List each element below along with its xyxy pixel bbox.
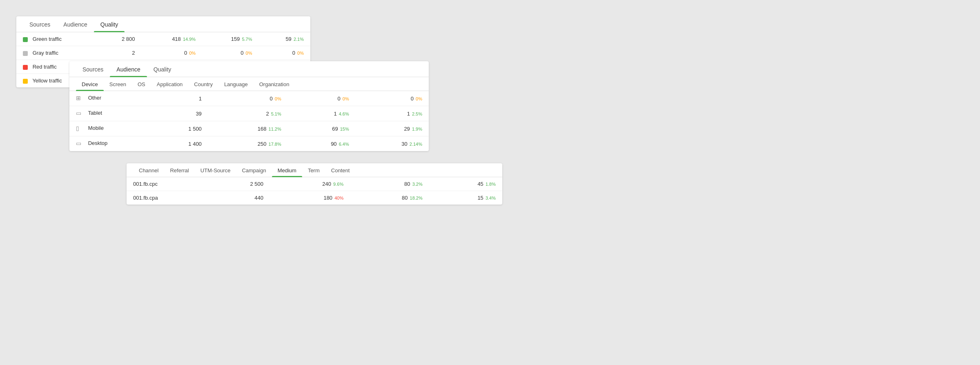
col3-value: 69 15% xyxy=(288,121,356,136)
label-text: Yellow traffic xyxy=(32,78,62,84)
col3-pct: 5.7% xyxy=(241,37,252,42)
col2-pct: 11.2% xyxy=(267,127,281,131)
tab-audience-p1[interactable]: Audience xyxy=(57,16,94,32)
col4-value: 15 3.4% xyxy=(429,191,502,205)
sub-tab-organization[interactable]: Organization xyxy=(254,77,295,91)
col4-value: 45 1.8% xyxy=(429,177,502,191)
label-text: Red traffic xyxy=(33,64,57,70)
label-text: Other xyxy=(88,95,102,101)
col4-pct: 0% xyxy=(414,96,422,101)
label-text: Desktop xyxy=(88,140,108,146)
source-label: 001.fb.cpc xyxy=(127,177,208,191)
col2-value: 240 9.6% xyxy=(270,177,350,191)
table-row: Gray traffic 2 0 0% 0 0% 0 0% xyxy=(16,46,310,60)
col2-value: 168 11.2% xyxy=(208,121,288,136)
panel2-tabs: Sources Audience Quality xyxy=(69,61,429,77)
panel2-sub-tabs: Device Screen OS Application Country Lan… xyxy=(69,77,429,91)
col1-value: 1 500 xyxy=(151,121,208,136)
col3-value: 1 4.6% xyxy=(288,106,356,121)
table-row: ▭ Desktop 1 400 250 17.8% 90 6.4% 30 2.1… xyxy=(69,136,429,151)
sub-tab-screen[interactable]: Screen xyxy=(104,77,132,91)
col4-value: 1 2.5% xyxy=(356,106,429,121)
panel-sources: Channel Referral UTM-Source Campaign Med… xyxy=(127,163,502,205)
sub-tab-country[interactable]: Country xyxy=(188,77,218,91)
col3-value: 0 0% xyxy=(288,91,356,106)
label-text: Gray traffic xyxy=(33,50,58,56)
device-icon: ▭ xyxy=(76,140,83,147)
table-row: 001.fb.cpc 2 500 240 9.6% 80 3.2% 45 1.8… xyxy=(127,177,502,191)
sub-tab-term[interactable]: Term xyxy=(302,163,325,177)
col1-value: 2 500 xyxy=(208,177,270,191)
col1-value: 2 800 xyxy=(98,32,142,46)
table-row: ⊞ Other 1 0 0% 0 0% 0 0% xyxy=(69,91,429,106)
panel1-tabs: Sources Audience Quality xyxy=(16,16,310,32)
device-icon: ▭ xyxy=(76,110,83,117)
sub-tab-channel[interactable]: Channel xyxy=(133,163,164,177)
col1-value: 39 xyxy=(151,106,208,121)
label-text: Tablet xyxy=(88,110,102,116)
col4-value: 0 0% xyxy=(356,91,429,106)
source-label: 001.fb.cpa xyxy=(127,191,208,205)
medium-table: 001.fb.cpc 2 500 240 9.6% 80 3.2% 45 1.8… xyxy=(127,177,502,205)
device-label: ▭ Tablet xyxy=(69,106,151,121)
col2-value: 0 0% xyxy=(142,46,203,60)
sub-tab-os[interactable]: OS xyxy=(132,77,151,91)
col4-pct: 0% xyxy=(296,51,304,56)
col4-pct: 3.4% xyxy=(484,196,496,200)
col4-value: 29 1.9% xyxy=(356,121,429,136)
col2-value: 180 40% xyxy=(270,191,350,205)
col1-value: 1 400 xyxy=(151,136,208,151)
sub-tab-referral[interactable]: Referral xyxy=(164,163,194,177)
sub-tab-content[interactable]: Content xyxy=(325,163,356,177)
col2-value: 0 0% xyxy=(208,91,288,106)
col3-value: 159 5.7% xyxy=(202,32,258,46)
col4-pct: 1.8% xyxy=(484,182,496,187)
table-row: ▯ Mobile 1 500 168 11.2% 69 15% 29 1.9% xyxy=(69,121,429,136)
sub-tab-campaign[interactable]: Campaign xyxy=(236,163,272,177)
col4-pct: 2.14% xyxy=(408,142,422,147)
col2-pct: 0% xyxy=(274,96,281,101)
col1-value: 440 xyxy=(208,191,270,205)
device-label: ⊞ Other xyxy=(69,91,151,106)
col4-pct: 2.5% xyxy=(411,111,422,116)
sub-tab-medium[interactable]: Medium xyxy=(272,163,302,177)
col3-pct: 18.2% xyxy=(408,196,422,200)
table-row: Green traffic 2 800 418 14.9% 159 5.7% 5… xyxy=(16,32,310,46)
col2-value: 2 5.1% xyxy=(208,106,288,121)
col2-pct: 40% xyxy=(333,196,343,200)
col4-value: 0 0% xyxy=(259,46,311,60)
col3-pct: 15% xyxy=(339,127,349,131)
col1-value: 2 xyxy=(98,46,142,60)
tab-quality-p2[interactable]: Quality xyxy=(147,61,178,77)
col2-pct: 5.1% xyxy=(270,111,281,116)
sub-tab-application[interactable]: Application xyxy=(151,77,189,91)
tab-sources-p1[interactable]: Sources xyxy=(23,16,57,32)
col2-pct: 14.9% xyxy=(182,37,196,42)
sub-tab-device[interactable]: Device xyxy=(76,77,104,91)
col4-pct: 2.1% xyxy=(292,37,304,42)
col3-pct: 0% xyxy=(245,51,252,56)
device-label: ▯ Mobile xyxy=(69,121,151,136)
tab-quality-p1[interactable]: Quality xyxy=(94,16,125,32)
sub-tab-utm-source[interactable]: UTM-Source xyxy=(195,163,236,177)
col3-value: 80 3.2% xyxy=(350,177,429,191)
traffic-label: Gray traffic xyxy=(16,46,98,60)
sub-tab-language[interactable]: Language xyxy=(218,77,254,91)
col3-pct: 3.2% xyxy=(411,182,423,187)
col2-pct: 9.6% xyxy=(332,182,343,187)
col2-pct: 0% xyxy=(188,51,196,56)
col2-pct: 17.8% xyxy=(267,142,281,147)
panel-audience: Sources Audience Quality Device Screen O… xyxy=(69,61,429,151)
label-text: Mobile xyxy=(88,125,104,131)
col4-value: 59 2.1% xyxy=(259,32,311,46)
device-icon: ⊞ xyxy=(76,95,83,102)
col3-pct: 6.4% xyxy=(338,142,349,147)
table-row: ▭ Tablet 39 2 5.1% 1 4.6% 1 2.5% xyxy=(69,106,429,121)
col4-value: 30 2.14% xyxy=(356,136,429,151)
panel3-sub-tabs: Channel Referral UTM-Source Campaign Med… xyxy=(127,163,502,177)
col3-pct: 0% xyxy=(341,96,349,101)
tab-sources-p2[interactable]: Sources xyxy=(76,61,110,77)
col3-value: 0 0% xyxy=(202,46,258,60)
tab-audience-p2[interactable]: Audience xyxy=(110,61,147,77)
col3-value: 80 18.2% xyxy=(350,191,429,205)
